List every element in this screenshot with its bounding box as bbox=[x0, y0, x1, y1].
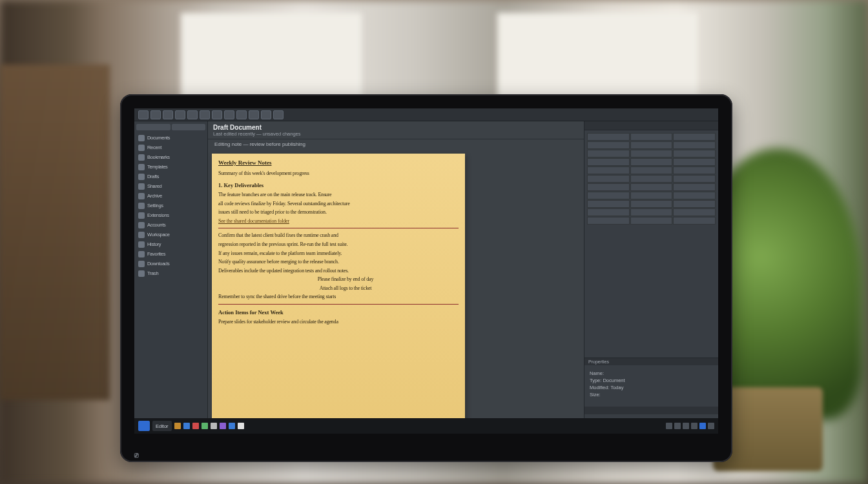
sidebar-item[interactable]: Recent bbox=[136, 143, 205, 152]
grid-cell[interactable] bbox=[630, 192, 673, 199]
tray-icon[interactable] bbox=[708, 423, 714, 429]
sidebar-item[interactable]: Accounts bbox=[136, 220, 205, 230]
properties-tab[interactable]: Properties bbox=[584, 358, 718, 365]
divider bbox=[218, 304, 459, 305]
note-link[interactable]: See the shared documentation folder bbox=[218, 217, 459, 225]
tray-icon[interactable] bbox=[691, 423, 698, 429]
grid-cell[interactable] bbox=[673, 183, 716, 191]
grid-cell[interactable] bbox=[630, 183, 673, 191]
sidebar-item[interactable]: Extensions bbox=[136, 210, 205, 220]
toolbar-button[interactable] bbox=[138, 110, 149, 119]
sidebar-item-label: Bookmarks bbox=[147, 154, 170, 160]
grid-cell[interactable] bbox=[587, 141, 630, 149]
grid-cell[interactable] bbox=[673, 166, 716, 174]
toolbar-button[interactable] bbox=[212, 110, 222, 119]
sidebar-item[interactable]: Downloads bbox=[136, 259, 205, 268]
grid-cell[interactable] bbox=[673, 150, 716, 157]
sidebar-item[interactable]: Shared bbox=[136, 181, 205, 191]
grid-cell[interactable] bbox=[673, 200, 716, 208]
grid-cell[interactable] bbox=[587, 192, 630, 199]
start-button[interactable] bbox=[138, 421, 150, 431]
toolbar-button[interactable] bbox=[163, 110, 173, 119]
right-panel-grid bbox=[584, 130, 718, 228]
grid-cell[interactable] bbox=[630, 158, 673, 166]
taskbar-icon[interactable] bbox=[192, 423, 199, 429]
right-panel: Properties Name: Type: Document Modified… bbox=[584, 121, 718, 418]
sidebar-item[interactable]: Drafts bbox=[136, 172, 205, 181]
toolbar-button[interactable] bbox=[236, 110, 247, 119]
taskbar-icon[interactable] bbox=[183, 423, 190, 429]
grid-cell[interactable] bbox=[673, 192, 716, 199]
grid-cell[interactable] bbox=[587, 150, 630, 157]
toolbar-button[interactable] bbox=[261, 110, 271, 119]
sidebar-item[interactable]: Bookmarks bbox=[136, 152, 205, 162]
grid-cell[interactable] bbox=[587, 217, 630, 225]
taskbar-app[interactable]: Editor bbox=[152, 421, 172, 431]
sidebar-tab[interactable] bbox=[172, 124, 206, 130]
grid-cell[interactable] bbox=[630, 166, 673, 174]
grid-cell[interactable] bbox=[630, 200, 673, 208]
grid-cell[interactable] bbox=[630, 141, 673, 149]
sidebar-item[interactable]: Templates bbox=[136, 162, 205, 172]
toolbar-button[interactable] bbox=[273, 110, 284, 119]
note-line: If any issues remain, escalate to the pl… bbox=[218, 250, 459, 257]
sidebar-item[interactable]: Trash bbox=[136, 268, 205, 278]
sidebar-item-label: Shared bbox=[147, 183, 161, 189]
sticky-note[interactable]: Weekly Review Notes Summary of this week… bbox=[212, 154, 465, 418]
folder-icon bbox=[138, 193, 145, 199]
taskbar-icon[interactable] bbox=[238, 423, 244, 429]
taskbar-icon[interactable] bbox=[174, 423, 181, 429]
grid-cell[interactable] bbox=[673, 175, 716, 183]
taskbar-icon[interactable] bbox=[220, 423, 226, 429]
grid-cell[interactable] bbox=[587, 158, 630, 166]
taskbar-icon[interactable] bbox=[211, 423, 217, 429]
sidebar-item[interactable]: Archive bbox=[136, 191, 205, 201]
grid-cell[interactable] bbox=[630, 217, 673, 225]
toolbar-button[interactable] bbox=[224, 110, 234, 119]
tray-icon[interactable] bbox=[683, 423, 689, 429]
screen: Documents Recent Bookmarks Templates Dra… bbox=[134, 108, 718, 434]
grid-cell[interactable] bbox=[587, 175, 630, 183]
grid-cell[interactable] bbox=[673, 133, 716, 141]
sidebar-item-label: Settings bbox=[147, 203, 163, 208]
tray-icon[interactable] bbox=[674, 423, 681, 429]
sidebar: Documents Recent Bookmarks Templates Dra… bbox=[134, 121, 208, 418]
panel-strip bbox=[584, 407, 718, 414]
grid-cell[interactable] bbox=[587, 200, 630, 208]
taskbar-icon[interactable] bbox=[229, 423, 235, 429]
grid-cell[interactable] bbox=[673, 141, 716, 149]
toolbar-button[interactable] bbox=[150, 110, 161, 119]
grid-cell[interactable] bbox=[630, 133, 673, 141]
folder-icon bbox=[138, 174, 145, 180]
grid-cell[interactable] bbox=[673, 217, 716, 225]
app-body: Documents Recent Bookmarks Templates Dra… bbox=[134, 121, 718, 418]
editor-body[interactable]: Editing note — review before publishing … bbox=[208, 139, 584, 418]
note-line: Remember to sync the shared drive before… bbox=[218, 293, 459, 301]
tray-icon[interactable] bbox=[699, 423, 706, 429]
sidebar-item[interactable]: Documents bbox=[136, 133, 205, 143]
toolbar-button[interactable] bbox=[200, 110, 210, 119]
sidebar-item[interactable]: Favorites bbox=[136, 249, 205, 259]
grid-cell[interactable] bbox=[587, 183, 630, 191]
sidebar-item[interactable]: History bbox=[136, 239, 205, 249]
sidebar-item-label: Recent bbox=[147, 145, 161, 150]
toolbar-button[interactable] bbox=[175, 110, 185, 119]
sidebar-item[interactable]: Workspace bbox=[136, 230, 205, 239]
toolbar-button[interactable] bbox=[187, 110, 198, 119]
toolbar-button[interactable] bbox=[249, 110, 259, 119]
grid-cell[interactable] bbox=[630, 208, 673, 216]
grid-cell[interactable] bbox=[673, 208, 716, 216]
grid-cell[interactable] bbox=[673, 158, 716, 166]
grid-cell[interactable] bbox=[587, 166, 630, 174]
folder-icon bbox=[138, 241, 145, 248]
sidebar-item[interactable]: Settings bbox=[136, 201, 205, 210]
grid-cell[interactable] bbox=[630, 175, 673, 183]
note-line: Summary of this week's development progr… bbox=[218, 170, 459, 177]
tray-icon[interactable] bbox=[666, 423, 672, 429]
grid-cell[interactable] bbox=[587, 208, 630, 216]
grid-cell[interactable] bbox=[587, 133, 630, 141]
sidebar-tab[interactable] bbox=[136, 124, 170, 130]
grid-cell[interactable] bbox=[630, 150, 673, 157]
taskbar-icon[interactable] bbox=[202, 423, 208, 429]
info-row: Name: bbox=[590, 370, 713, 376]
